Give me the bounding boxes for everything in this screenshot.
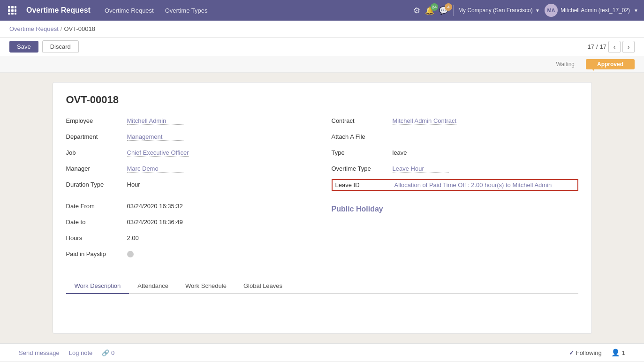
date-to-value[interactable]: 03/24/2020 18:36:49 bbox=[127, 217, 183, 226]
save-button[interactable]: Save bbox=[9, 41, 38, 53]
date-from-label: Date From bbox=[66, 201, 127, 210]
nav-link-overtime-request[interactable]: Overtime Request bbox=[102, 5, 157, 16]
form-card: OVT-00018 Employee Mitchell Admin Depart… bbox=[53, 82, 592, 334]
form-right-section: Contract Mitchell Admin Contract Attach … bbox=[332, 115, 578, 269]
pagination-total: 17 bbox=[600, 43, 606, 50]
messages-badge: 4 bbox=[445, 3, 452, 11]
svg-rect-5 bbox=[15, 9, 16, 12]
messages-icon[interactable]: 💬4 bbox=[439, 6, 448, 15]
user-menu[interactable]: MA Mitchell Admin (test_17_02) ▼ bbox=[545, 4, 638, 17]
svg-rect-1 bbox=[11, 6, 14, 8]
toolbar: Save Discard 17 / 17 ‹ › bbox=[0, 38, 644, 56]
grid-menu-icon[interactable] bbox=[6, 4, 19, 17]
svg-rect-3 bbox=[8, 9, 10, 12]
send-message-button[interactable]: Send message bbox=[19, 349, 60, 356]
svg-rect-6 bbox=[8, 13, 10, 15]
breadcrumb: Overtime Request / OVT-00018 bbox=[0, 21, 644, 38]
svg-rect-7 bbox=[11, 13, 14, 15]
divider bbox=[453, 5, 454, 16]
date-from-row: Date From 03/24/2020 16:35:32 bbox=[66, 201, 313, 214]
date-section: Date From 03/24/2020 16:35:32 Date to 03… bbox=[66, 201, 313, 262]
manager-value[interactable]: Marc Demo bbox=[127, 163, 183, 173]
department-value[interactable]: Management bbox=[127, 131, 183, 141]
manager-row: Manager Marc Demo bbox=[66, 163, 313, 176]
department-row: Department Management bbox=[66, 131, 313, 144]
date-to-row: Date to 03/24/2020 18:36:49 bbox=[66, 217, 313, 230]
log-note-button[interactable]: Log note bbox=[69, 349, 93, 356]
activity-icon: 🔗 bbox=[102, 349, 109, 356]
settings-icon[interactable]: ⚙ bbox=[413, 6, 420, 15]
notifications-badge: 24 bbox=[431, 3, 438, 11]
svg-rect-2 bbox=[15, 6, 16, 8]
public-holiday-label: Public Holiday bbox=[332, 205, 383, 213]
job-value[interactable]: Chief Executive Officer bbox=[127, 147, 189, 157]
tab-work-schedule[interactable]: Work Schedule bbox=[177, 279, 235, 294]
tab-attendance[interactable]: Attendance bbox=[129, 279, 177, 294]
overtime-type-row: Overtime Type Leave Hour bbox=[332, 163, 578, 176]
date-to-label: Date to bbox=[66, 217, 127, 226]
form-grid: Employee Mitchell Admin Department Manag… bbox=[66, 115, 578, 269]
paid-payslip-label: Paid in Payslip bbox=[66, 249, 127, 257]
status-bar: Waiting Approved bbox=[0, 56, 644, 73]
avatar: MA bbox=[545, 4, 558, 17]
leave-id-row: Leave ID Allocation of Paid Time Off : 2… bbox=[332, 179, 578, 191]
paid-payslip-toggle[interactable] bbox=[127, 251, 134, 257]
main-content: OVT-00018 Employee Mitchell Admin Depart… bbox=[0, 73, 644, 343]
public-holiday-section: Public Holiday bbox=[332, 205, 578, 213]
duration-type-value[interactable]: Hour bbox=[127, 179, 183, 188]
job-label: Job bbox=[66, 147, 127, 156]
attach-file-row: Attach A File bbox=[332, 131, 578, 144]
pagination: 17 / 17 ‹ › bbox=[587, 41, 635, 53]
record-title: OVT-00018 bbox=[66, 94, 578, 106]
status-waiting[interactable]: Waiting bbox=[545, 59, 586, 69]
pagination-next-button[interactable]: › bbox=[622, 41, 635, 53]
nav-link-overtime-types[interactable]: Overtime Types bbox=[162, 5, 211, 16]
status-approved[interactable]: Approved bbox=[586, 59, 635, 69]
department-label: Department bbox=[66, 131, 127, 140]
tab-work-description[interactable]: Work Description bbox=[66, 279, 129, 294]
activity-button[interactable]: 🔗 0 bbox=[102, 349, 114, 356]
hours-row: Hours 2.00 bbox=[66, 233, 313, 246]
overtime-type-value[interactable]: Leave Hour bbox=[393, 163, 449, 173]
leave-id-label: Leave ID bbox=[335, 181, 391, 189]
chatter-bar: Send message Log note 🔗 0 ✓ Following 👤 … bbox=[0, 343, 644, 362]
type-row: Type leave bbox=[332, 147, 578, 160]
hours-label: Hours bbox=[66, 233, 127, 241]
tab-content-area bbox=[66, 294, 578, 322]
nav-links: Overtime Request Overtime Types bbox=[102, 5, 211, 16]
followers-button[interactable]: 👤 1 bbox=[611, 348, 625, 357]
notifications-icon[interactable]: 🔔24 bbox=[425, 6, 434, 15]
pagination-current: 17 bbox=[587, 43, 594, 50]
following-button[interactable]: ✓ Following bbox=[569, 349, 602, 356]
form-left-section: Employee Mitchell Admin Department Manag… bbox=[66, 115, 313, 269]
tabs: Work Description Attendance Work Schedul… bbox=[66, 279, 578, 294]
topnav-icons: ⚙ 🔔24 💬4 My Company (San Francisco) ▼ MA… bbox=[413, 4, 638, 17]
company-caret-icon: ▼ bbox=[535, 8, 540, 13]
breadcrumb-current: OVT-00018 bbox=[64, 25, 95, 32]
employee-value[interactable]: Mitchell Admin bbox=[127, 115, 183, 125]
date-from-value[interactable]: 03/24/2020 16:35:32 bbox=[127, 201, 183, 210]
hours-value[interactable]: 2.00 bbox=[127, 233, 183, 241]
contract-label: Contract bbox=[332, 115, 393, 124]
type-value: leave bbox=[393, 147, 449, 156]
type-label: Type bbox=[332, 147, 393, 156]
pagination-prev-button[interactable]: ‹ bbox=[608, 41, 621, 53]
contract-row: Contract Mitchell Admin Contract bbox=[332, 115, 578, 128]
job-row: Job Chief Executive Officer bbox=[66, 147, 313, 160]
svg-rect-0 bbox=[8, 6, 10, 8]
contract-value[interactable]: Mitchell Admin Contract bbox=[393, 115, 457, 125]
paid-payslip-row: Paid in Payslip bbox=[66, 249, 313, 262]
breadcrumb-parent[interactable]: Overtime Request bbox=[9, 25, 59, 32]
svg-rect-8 bbox=[15, 13, 16, 15]
leave-id-value[interactable]: Allocation of Paid Time Off : 2.00 hour(… bbox=[394, 181, 552, 189]
company-selector[interactable]: My Company (San Francisco) ▼ bbox=[458, 7, 540, 14]
top-navigation: Overtime Request Overtime Request Overti… bbox=[0, 0, 644, 21]
breadcrumb-separator: / bbox=[61, 25, 62, 32]
discard-button[interactable]: Discard bbox=[42, 40, 79, 53]
followers-icon: 👤 bbox=[611, 348, 620, 357]
app-title: Overtime Request bbox=[26, 6, 91, 15]
duration-type-row: Duration Type Hour bbox=[66, 179, 313, 192]
attach-file-label: Attach A File bbox=[332, 131, 393, 140]
following-check-icon: ✓ bbox=[569, 349, 574, 356]
tab-global-leaves[interactable]: Global Leaves bbox=[235, 279, 291, 294]
